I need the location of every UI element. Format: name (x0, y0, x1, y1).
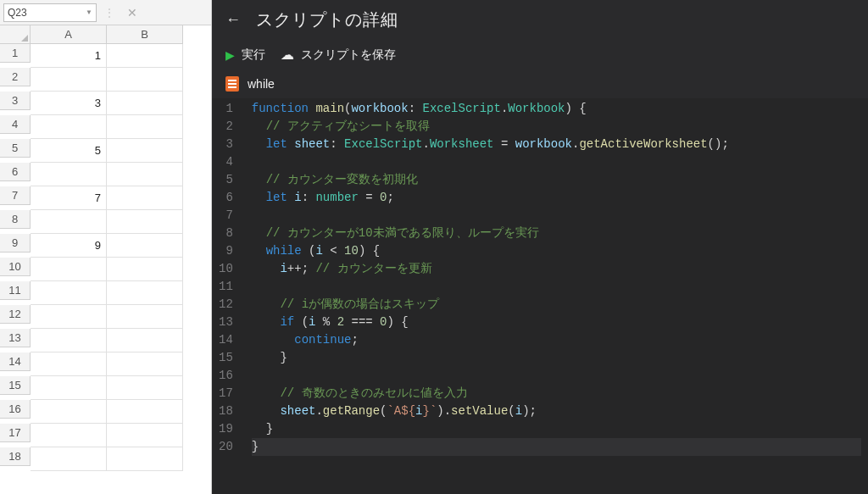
code-line[interactable]: } (252, 349, 861, 367)
cell[interactable] (107, 376, 183, 400)
cell[interactable]: 9 (31, 234, 107, 258)
code-line[interactable]: sheet.getRange(`A${i}`).setValue(i); (252, 402, 861, 420)
cell[interactable] (31, 305, 107, 329)
cell[interactable] (107, 92, 183, 115)
code-line[interactable]: } (252, 438, 861, 456)
row-header[interactable]: 16 (0, 400, 31, 419)
code-line[interactable] (252, 207, 861, 225)
cell[interactable] (107, 68, 183, 92)
cell[interactable] (107, 163, 183, 186)
code-line[interactable]: while (i < 10) { (252, 242, 861, 260)
cell[interactable] (31, 376, 107, 400)
row-header[interactable]: 7 (0, 186, 31, 205)
code-line[interactable]: // iが偶数の場合はスキップ (252, 296, 861, 314)
line-number: 13 (219, 314, 233, 331)
spreadsheet-pane: Q23 ▼ ⋮ ✕ AB1123345567789910111213141516… (0, 0, 212, 494)
cell[interactable] (31, 447, 107, 471)
cell[interactable]: 1 (31, 44, 107, 68)
run-button[interactable]: ▶ 実行 (225, 47, 265, 63)
row-header[interactable]: 14 (0, 352, 31, 371)
code-line[interactable]: if (i % 2 === 0) { (252, 314, 861, 331)
cell[interactable] (31, 258, 107, 281)
cell[interactable] (107, 139, 183, 163)
cell[interactable] (31, 210, 107, 234)
row-header[interactable]: 4 (0, 115, 31, 134)
column-header[interactable]: B (107, 25, 183, 44)
line-number: 11 (219, 278, 233, 296)
code-line[interactable]: function main(workbook: ExcelScript.Work… (252, 100, 861, 118)
cell[interactable]: 5 (31, 139, 107, 163)
code-line[interactable]: continue; (252, 331, 861, 349)
row-header[interactable]: 10 (0, 258, 31, 276)
cell[interactable] (107, 400, 183, 424)
cell[interactable] (107, 329, 183, 352)
cell[interactable] (107, 44, 183, 68)
cell[interactable] (31, 352, 107, 376)
cell[interactable] (107, 258, 183, 281)
cell-grid[interactable]: AB11233455677899101112131415161718 (0, 25, 211, 471)
cell[interactable] (107, 424, 183, 447)
code-editor[interactable]: 1234567891011121314151617181920 function… (212, 98, 868, 494)
cancel-icon[interactable]: ✕ (122, 6, 142, 19)
cell[interactable]: 3 (31, 92, 107, 115)
code-line[interactable]: } (252, 420, 861, 438)
row-header[interactable]: 11 (0, 281, 31, 300)
line-number: 17 (219, 385, 233, 402)
column-header[interactable]: A (31, 25, 107, 44)
cell[interactable] (31, 68, 107, 92)
name-box[interactable]: Q23 ▼ (3, 3, 97, 22)
cell[interactable] (31, 163, 107, 186)
row-header[interactable]: 2 (0, 68, 31, 86)
row-header[interactable]: 18 (0, 447, 31, 466)
cell[interactable] (107, 352, 183, 376)
save-script-button[interactable]: ☁ スクリプトを保存 (281, 47, 396, 63)
code-line[interactable]: // カウンター変数を初期化 (252, 171, 861, 189)
code-line[interactable] (252, 367, 861, 385)
row-header[interactable]: 6 (0, 163, 31, 181)
cell[interactable] (31, 424, 107, 447)
code-line[interactable]: // アクティブなシートを取得 (252, 118, 861, 136)
row-header[interactable]: 5 (0, 139, 31, 158)
code-line[interactable]: // 奇数のときのみセルに値を入力 (252, 385, 861, 402)
row-header[interactable]: 13 (0, 329, 31, 347)
script-panel: ← スクリプトの詳細 ▶ 実行 ☁ スクリプトを保存 while 1234567… (212, 0, 868, 494)
line-number: 9 (219, 242, 233, 260)
row-header[interactable]: 1 (0, 44, 31, 63)
cell[interactable] (31, 400, 107, 424)
line-number: 1 (219, 100, 233, 118)
code-area[interactable]: function main(workbook: ExcelScript.Work… (245, 98, 868, 494)
row-header[interactable]: 3 (0, 92, 31, 110)
code-line[interactable] (252, 153, 861, 171)
cell[interactable] (31, 329, 107, 352)
back-arrow-icon[interactable]: ← (225, 11, 241, 29)
code-line[interactable] (252, 278, 861, 296)
cell[interactable] (31, 115, 107, 139)
name-box-dropdown-icon[interactable]: ▼ (86, 8, 92, 16)
row-header[interactable]: 17 (0, 424, 31, 442)
code-line[interactable]: let i: number = 0; (252, 189, 861, 207)
line-number-gutter: 1234567891011121314151617181920 (212, 98, 245, 494)
cell[interactable] (107, 115, 183, 139)
row-header[interactable]: 12 (0, 305, 31, 324)
row-header[interactable]: 15 (0, 376, 31, 395)
cell[interactable]: 7 (31, 186, 107, 210)
cell[interactable] (107, 305, 183, 329)
cell[interactable] (31, 281, 107, 305)
select-all-corner[interactable] (0, 25, 31, 44)
cell[interactable] (107, 210, 183, 234)
line-number: 16 (219, 367, 233, 385)
line-number: 6 (219, 189, 233, 207)
row-header[interactable]: 8 (0, 210, 31, 229)
row-header[interactable]: 9 (0, 234, 31, 253)
panel-toolbar: ▶ 実行 ☁ スクリプトを保存 (212, 43, 868, 73)
cell[interactable] (107, 234, 183, 258)
line-number: 2 (219, 118, 233, 136)
line-number: 14 (219, 331, 233, 349)
line-number: 3 (219, 136, 233, 153)
cell[interactable] (107, 447, 183, 471)
code-line[interactable]: i++; // カウンターを更新 (252, 260, 861, 278)
code-line[interactable]: let sheet: ExcelScript.Worksheet = workb… (252, 136, 861, 153)
cell[interactable] (107, 186, 183, 210)
cell[interactable] (107, 281, 183, 305)
code-line[interactable]: // カウンターが10未満である限り、ループを実行 (252, 225, 861, 242)
